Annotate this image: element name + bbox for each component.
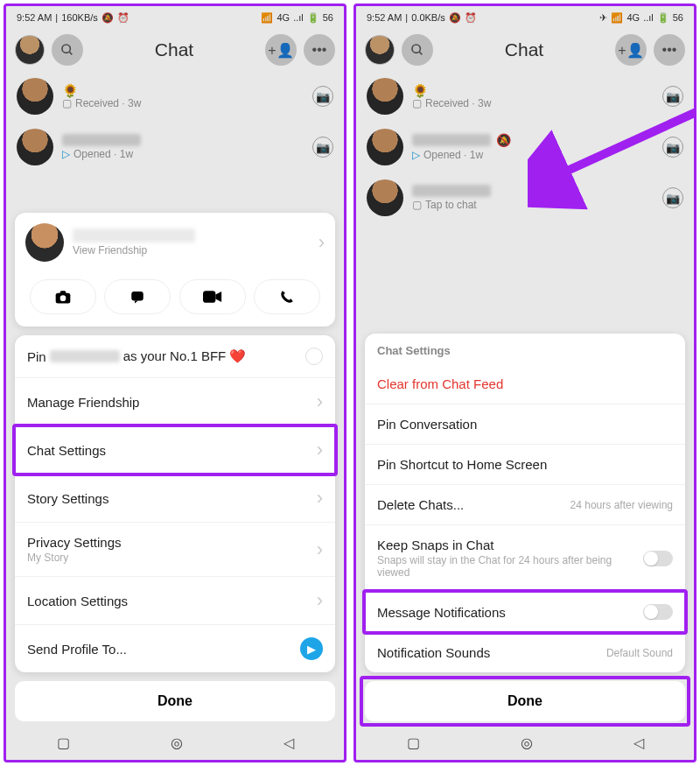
camera-icon[interactable]: 📷 [312, 137, 333, 158]
chat-list: 🌻 ▢Received · 3w 📷 🔕 ▷Opened · 1w 📷 ▢Tap… [356, 71, 694, 223]
delete-chats-item[interactable]: Delete Chats...24 hours after viewing [365, 485, 685, 525]
back-icon[interactable]: ◁ [634, 734, 644, 751]
profile-name-blurred [73, 228, 195, 242]
svg-rect-3 [60, 291, 66, 294]
recent-apps-icon[interactable]: ▢ [57, 734, 70, 751]
chevron-right-icon: › [317, 439, 323, 461]
done-button[interactable]: Done [365, 681, 685, 721]
pin-home-item[interactable]: Pin Shortcut to Home Screen [365, 445, 685, 485]
camera-icon[interactable]: 📷 [662, 86, 683, 107]
done-button[interactable]: Done [15, 681, 335, 721]
send-icon[interactable]: ▶ [300, 637, 323, 660]
chat-name-emoji: 🌻 [412, 83, 654, 95]
android-nav: ▢ ◎ ◁ [356, 725, 694, 760]
radio-unchecked[interactable] [305, 348, 323, 365]
chevron-right-icon: › [317, 487, 323, 509]
svg-point-7 [412, 45, 420, 53]
recent-apps-icon[interactable]: ▢ [407, 734, 420, 751]
chat-row[interactable]: 🌻 ▢Received · 3w 📷 [356, 71, 694, 122]
chat-row[interactable]: 🌻 ▢Received · 3w 📷 [6, 71, 344, 122]
keep-snaps-item[interactable]: Keep Snaps in ChatSnaps will stay in the… [365, 525, 685, 592]
location-settings-item[interactable]: Location Settings› [15, 577, 335, 625]
action-sheet: View Friendship › Pinas your No.1 BFF ❤️… [15, 213, 335, 721]
avatar [367, 78, 403, 115]
chat-row[interactable]: 🔕 ▷Opened · 1w 📷 [356, 122, 694, 172]
camera-icon[interactable]: 📷 [312, 86, 333, 107]
chat-row[interactable]: ▢Tap to chat 📷 [356, 172, 694, 223]
search-icon[interactable] [52, 34, 83, 66]
chat-settings-sheet: Chat Settings Clear from Chat Feed Pin C… [365, 334, 685, 721]
clear-chat-feed-item[interactable]: Clear from Chat Feed [365, 364, 685, 404]
chat-list: 🌻 ▢Received · 3w 📷 ▷Opened · 1w 📷 [6, 71, 344, 172]
svg-rect-5 [132, 292, 144, 301]
svg-point-0 [62, 45, 70, 53]
chevron-right-icon: › [317, 390, 323, 413]
avatar [25, 223, 64, 262]
home-icon[interactable]: ◎ [521, 734, 533, 751]
chat-name-blurred [412, 134, 491, 146]
back-icon[interactable]: ◁ [284, 734, 294, 751]
status-bar: 9:52 AM|160KB/s🔕⏰ 📶4G..ıl🔋56 [6, 6, 344, 29]
sheet-title: Chat Settings [365, 334, 685, 364]
chevron-right-icon: › [318, 231, 325, 254]
chevron-right-icon: › [317, 589, 323, 612]
chevron-right-icon: › [317, 538, 323, 561]
chat-header: Chat +👤 ••• [6, 29, 344, 71]
chat-button[interactable] [104, 279, 171, 314]
chat-settings-item[interactable]: Chat Settings› [15, 426, 335, 474]
add-friend-icon[interactable]: +👤 [265, 34, 297, 66]
send-profile-item[interactable]: Send Profile To... ▶ [15, 625, 335, 672]
page-title: Chat [155, 39, 193, 60]
notification-sounds-item[interactable]: Notification SoundsDefault Sound [365, 633, 685, 672]
avatar [17, 78, 53, 115]
android-nav: ▢ ◎ ◁ [6, 725, 344, 760]
camera-icon[interactable]: 📷 [662, 187, 683, 208]
story-settings-item[interactable]: Story Settings› [15, 474, 335, 523]
audio-call-button[interactable] [254, 279, 320, 314]
view-friendship-label: View Friendship [73, 244, 195, 257]
my-avatar[interactable] [15, 35, 45, 65]
chat-name-emoji: 🌻 [62, 83, 304, 95]
chat-name-blurred [62, 134, 141, 146]
camera-icon[interactable]: 📷 [662, 137, 683, 158]
muted-bell-icon: 🔕 [496, 133, 511, 147]
pin-conversation-item[interactable]: Pin Conversation [365, 404, 685, 445]
add-friend-icon[interactable]: +👤 [615, 34, 647, 66]
status-bar: 9:52 AM|0.0KB/s🔕⏰ ✈📶4G..ıl🔋56 [356, 6, 694, 29]
more-icon[interactable]: ••• [654, 34, 685, 66]
message-notifications-item[interactable]: Message Notifications [365, 592, 685, 633]
svg-line-1 [69, 52, 72, 54]
search-icon[interactable] [402, 34, 433, 66]
video-call-button[interactable] [179, 279, 246, 314]
phone-right: 9:52 AM|0.0KB/s🔕⏰ ✈📶4G..ıl🔋56 Chat +👤 ••… [354, 4, 696, 762]
home-icon[interactable]: ◎ [171, 734, 183, 751]
chat-name-blurred [412, 185, 491, 197]
profile-header[interactable]: View Friendship › [15, 213, 335, 272]
manage-friendship-item[interactable]: Manage Friendship› [15, 378, 335, 426]
pin-bff-item[interactable]: Pinas your No.1 BFF ❤️ [15, 335, 335, 378]
avatar [367, 129, 403, 165]
toggle-off[interactable] [643, 604, 673, 620]
svg-point-4 [60, 295, 66, 301]
avatar [367, 179, 403, 216]
avatar [17, 129, 53, 165]
chat-header: Chat +👤 ••• [356, 29, 694, 71]
svg-line-8 [419, 52, 422, 54]
snap-button[interactable] [30, 279, 96, 314]
my-avatar[interactable] [365, 35, 395, 65]
page-title: Chat [505, 39, 543, 60]
phone-left: 9:52 AM|160KB/s🔕⏰ 📶4G..ıl🔋56 Chat +👤 •••… [4, 4, 346, 762]
more-icon[interactable]: ••• [304, 34, 335, 66]
toggle-off[interactable] [643, 551, 673, 566]
chat-row[interactable]: ▷Opened · 1w 📷 [6, 122, 344, 172]
privacy-settings-item[interactable]: Privacy SettingsMy Story › [15, 523, 335, 577]
svg-rect-6 [203, 291, 215, 303]
